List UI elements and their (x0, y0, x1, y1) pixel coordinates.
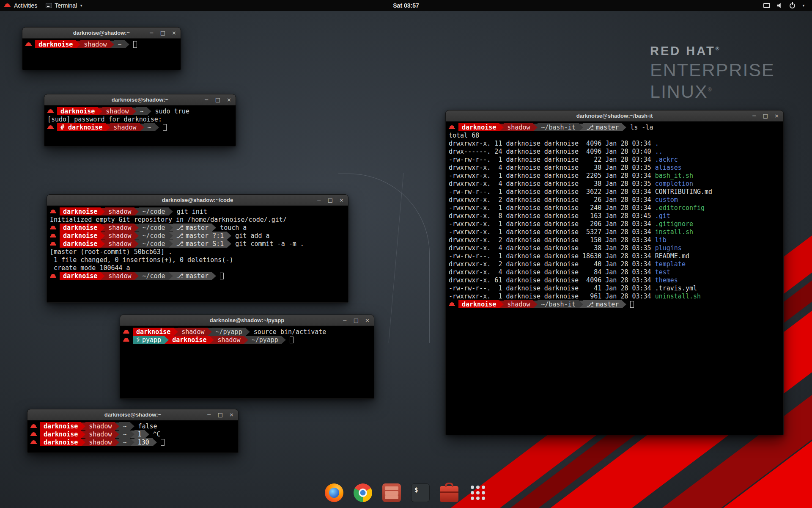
activities-button[interactable]: Activities (0, 0, 41, 11)
drawer-shape (385, 486, 398, 490)
minimize-button[interactable]: − (752, 113, 757, 119)
prompt-segment-path: ~/code (139, 232, 168, 240)
window-titlebar[interactable]: darknoise@shadow:~/pyapp−□× (120, 315, 374, 326)
prompt-segment-user: darknoise (60, 207, 101, 215)
terminal-content[interactable]: darknoiseshadow~/pyappsource bin/activat… (120, 326, 374, 398)
volume-icon[interactable] (777, 3, 783, 8)
terminal-text: drwxrwxr-x. 8 darknoise darknoise 163 Ja… (449, 212, 655, 220)
drawer-shape (385, 495, 398, 499)
window-titlebar[interactable]: darknoise@shadow:~−□× (22, 28, 181, 39)
hat-brim-shape (30, 443, 37, 444)
terminal-line: darknoiseshadow~/pyappsource bin/activat… (123, 328, 371, 336)
terminal-text: -rw-rw-r--. 1 darknoise darknoise 22 Jan… (449, 156, 655, 163)
window-titlebar[interactable]: darknoise@shadow:~/code−□× (47, 195, 348, 206)
system-status-area[interactable]: ▼ (763, 0, 812, 11)
maximize-button[interactable]: □ (215, 97, 220, 102)
maximize-button[interactable]: □ (763, 113, 768, 119)
minimize-button[interactable]: − (149, 30, 154, 36)
command-text: git add a (231, 232, 269, 240)
terminal-prompt-glyph: $ (414, 486, 418, 493)
terminal-text: .travis.yml (655, 284, 697, 292)
terminal-content[interactable]: darknoiseshadow~/codegit initInitialized… (47, 206, 348, 302)
terminal-text: plugins (655, 244, 682, 252)
display-icon[interactable] (763, 3, 770, 8)
command-text: sudo true (151, 108, 189, 115)
minimize-button[interactable]: − (317, 197, 321, 203)
grid-dot (482, 486, 485, 489)
terminal-content[interactable]: darknoiseshadow~ (22, 39, 181, 70)
prompt-segment-host: shadow (110, 123, 140, 131)
terminal-content[interactable]: darknoiseshadow~/bash-it⎇masterls -latot… (446, 121, 783, 435)
terminal-text: drwxrwxr-x. 4 darknoise darknoise 38 Jan… (449, 164, 655, 171)
prompt-segment-path: ~ (144, 123, 155, 131)
prompt-segment-user: # darknoise (57, 123, 106, 131)
git-branch-icon: ⎇ (587, 124, 594, 131)
terminal-line: -rwxrwxr-x. 1 darknoise darknoise 5327 J… (449, 228, 780, 236)
prompt-segment-host: shadow (105, 240, 134, 248)
terminal-text: install.sh (655, 228, 693, 236)
minimize-button[interactable]: − (343, 318, 347, 323)
window-titlebar[interactable]: darknoise@shadow:~−□× (44, 94, 236, 105)
close-button[interactable]: × (229, 412, 234, 417)
close-button[interactable]: × (172, 30, 176, 36)
grid-dot (476, 497, 480, 500)
close-button[interactable]: × (774, 113, 779, 119)
powerline-separator-icon (227, 232, 231, 240)
terminal-app-icon[interactable]: $ (411, 483, 430, 502)
terminal-line: darknoiseshadow~130 (30, 438, 235, 446)
power-icon[interactable] (790, 3, 795, 8)
prompt-segment-host: shadow (105, 232, 134, 240)
maximize-button[interactable]: □ (160, 30, 165, 36)
minimize-button[interactable]: − (207, 412, 211, 417)
powerline-separator-icon (130, 439, 134, 446)
close-button[interactable]: × (365, 318, 370, 323)
window-title: darknoise@shadow:~ (104, 411, 161, 418)
powerline-separator-icon (101, 240, 105, 248)
powerline-separator-icon (622, 301, 626, 308)
terminal-text: -rwxrwxr-x. 1 darknoise darknoise 2205 J… (449, 172, 655, 179)
maximize-button[interactable]: □ (218, 412, 223, 417)
terminal-cursor (161, 439, 165, 446)
terminal-text: -rwxrwxr-x. 1 darknoise darknoise 5327 J… (449, 228, 655, 236)
window-titlebar[interactable]: darknoise@shadow:~−□× (27, 409, 238, 420)
git-branch-icon: ⎇ (176, 272, 184, 280)
terminal-text: .editorconfig (655, 204, 705, 212)
terminal-window-home-1: darknoise@shadow:~−□×darknoiseshadow~ (22, 27, 181, 70)
firefox-icon[interactable] (325, 483, 343, 502)
terminal-text: drwxrwxr-x. 11 darknoise darknoise 4096 … (449, 140, 655, 147)
maximize-button[interactable]: □ (354, 318, 359, 323)
terminal-content[interactable]: darknoiseshadow~falsedarknoiseshadow~1^C… (27, 420, 238, 453)
hat-dome-shape (51, 242, 55, 244)
toolbox-icon[interactable] (440, 486, 458, 502)
redhat-logo-icon (4, 3, 11, 8)
terminal-text: drwxrwxr-x. 4 darknoise darknoise 84 Jan… (449, 268, 655, 276)
prompt-segment-host: shadow (178, 328, 208, 336)
minimize-button[interactable]: − (204, 97, 209, 102)
close-button[interactable]: × (339, 197, 344, 203)
prompt-segment-git: ⎇master (583, 123, 622, 131)
prompt-segment-git: ⎇master (173, 272, 212, 280)
terminal-content[interactable]: darknoiseshadow~sudo true[sudo] password… (44, 105, 236, 146)
window-titlebar[interactable]: darknoise@shadow:~/bash-it−□× (446, 110, 783, 121)
hat-dome-shape (51, 210, 55, 212)
toolbox-lid-shape (440, 491, 458, 493)
app-grid-icon[interactable] (469, 483, 487, 502)
app-menu-terminal[interactable]: Terminal ▼ (41, 0, 87, 11)
powerline-separator-icon (579, 301, 583, 308)
maximize-button[interactable]: □ (328, 197, 333, 203)
clock[interactable]: Sat 03:57 (393, 2, 419, 9)
close-button[interactable]: × (227, 97, 231, 102)
hat-brim-shape (47, 128, 54, 129)
powerline-separator-icon (499, 301, 504, 308)
powerline-separator-icon (106, 124, 110, 131)
powerline-separator-icon (227, 240, 231, 248)
git-branch-icon: ⎇ (176, 240, 184, 248)
file-manager-icon[interactable] (382, 483, 401, 502)
powerline-separator-icon (212, 272, 216, 280)
prompt-segment-user: darknoise (133, 328, 174, 336)
chrome-dot-shape (360, 490, 366, 496)
powerline-separator-icon (134, 208, 139, 215)
chrome-icon[interactable] (354, 483, 372, 502)
gnome-top-bar: Activities Terminal ▼ Sat 03:57 ▼ (0, 0, 812, 11)
git-branch-icon: ⎇ (176, 224, 184, 232)
